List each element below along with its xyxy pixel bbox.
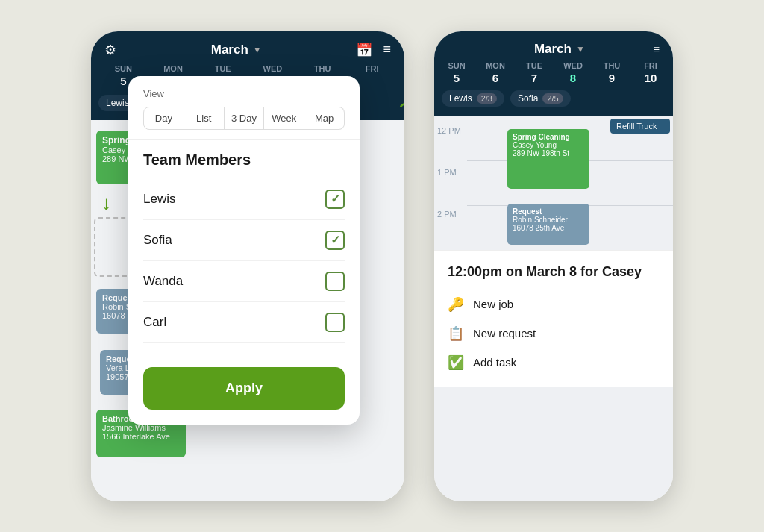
- event-area: Refill Truck Spring Cleaning Casey Young…: [467, 116, 673, 250]
- month-label: March: [211, 43, 248, 57]
- key-icon: 🔑: [448, 296, 464, 313]
- sofia-checkbox[interactable]: [325, 231, 345, 250]
- right-days-row: SUN 5 MON 6 TUE 7 WED 8 THU 9 FRI 10: [434, 57, 673, 90]
- lewis-label: Lewis: [106, 98, 129, 108]
- wanda-checkbox[interactable]: [325, 272, 345, 291]
- tab-list[interactable]: List: [184, 107, 225, 130]
- view-section: View Day List 3 Day Week Map: [128, 76, 360, 140]
- clipboard-icon: 📋: [448, 325, 464, 342]
- tab-map[interactable]: Map: [304, 107, 345, 130]
- view-tabs: Day List 3 Day Week Map: [143, 107, 345, 130]
- member-row-lewis: Lewis: [143, 179, 345, 220]
- member-row-carl: Carl: [143, 302, 345, 343]
- right-lewis-badge: 2/3: [477, 93, 497, 104]
- time-1pm: 1 PM: [434, 166, 467, 208]
- member-wanda-name: Wanda: [143, 274, 183, 289]
- team-members-title: Team Members: [143, 151, 345, 169]
- right-month-title[interactable]: March ▼: [534, 42, 585, 57]
- member-sofia-name: Sofia: [143, 233, 172, 248]
- tab-3day[interactable]: 3 Day: [225, 107, 265, 130]
- right-sofia-chip[interactable]: Sofia 2/5: [510, 90, 571, 107]
- left-header: ⚙ March ▼ 📅 ≡: [91, 31, 404, 58]
- new-job-label: New job: [473, 298, 513, 310]
- calendar-icon[interactable]: 📅: [356, 42, 372, 58]
- right-filter-icon[interactable]: ≡: [654, 43, 660, 55]
- member-row-wanda: Wanda: [143, 261, 345, 302]
- right-lewis-chip[interactable]: Lewis 2/3: [442, 90, 504, 107]
- member-carl-name: Carl: [143, 315, 166, 330]
- tab-day[interactable]: Day: [143, 107, 184, 130]
- right-header-actions: ≡: [654, 43, 660, 55]
- right-spring-cleaning[interactable]: Spring Cleaning Casey Young 289 NW 198th…: [507, 129, 589, 189]
- time-2pm: 2 PM: [434, 208, 467, 250]
- month-title[interactable]: March ▼: [211, 43, 262, 57]
- datetime-title: 12:00pm on March 8 for Casey: [448, 264, 660, 280]
- lewis-checkbox[interactable]: [325, 190, 345, 209]
- new-request-item[interactable]: 📋 New request: [448, 319, 660, 348]
- add-task-label: Add task: [473, 356, 516, 369]
- right-body: 12 PM 1 PM 2 PM Refill Truck Spring Clea…: [434, 116, 673, 501]
- team-members-section: Team Members Lewis Sofia Wanda Carl: [128, 140, 360, 355]
- carl-checkbox[interactable]: [325, 313, 345, 332]
- tab-week[interactable]: Week: [264, 107, 304, 130]
- right-day-sun[interactable]: SUN 5: [437, 61, 476, 84]
- overlay-panel: View Day List 3 Day Week Map Team Member…: [128, 76, 360, 425]
- chevron-down-icon: ▼: [253, 45, 262, 55]
- apply-button[interactable]: Apply: [143, 367, 345, 410]
- right-sofia-label: Sofia: [518, 93, 538, 104]
- right-refill-event[interactable]: Refill Truck: [610, 119, 670, 134]
- header-actions: 📅 ≡: [356, 42, 391, 58]
- right-members-row: Lewis 2/3 Sofia 2/5: [434, 90, 673, 116]
- right-phone: March ▼ ≡ SUN 5 MON 6 TUE 7 WED 8 THU 9 …: [434, 31, 673, 501]
- right-day-mon[interactable]: MON 6: [476, 61, 515, 84]
- member-lewis-name: Lewis: [143, 192, 175, 207]
- right-sofia-badge: 2/5: [542, 93, 563, 104]
- left-phone: ⚙ March ▼ 📅 ≡ SUN 5 MON 6 TUE 7 WED 8 TH…: [91, 31, 404, 501]
- right-day-tue[interactable]: TUE 7: [515, 61, 554, 84]
- member-row-sofia: Sofia: [143, 220, 345, 261]
- view-label: View: [143, 88, 345, 99]
- new-job-item[interactable]: 🔑 New job: [448, 290, 660, 319]
- time-12pm: 12 PM: [434, 125, 467, 166]
- filter-icon[interactable]: ≡: [383, 42, 391, 57]
- check-icon: ✅: [448, 354, 464, 371]
- right-request-event[interactable]: Request Robin Schneider 16078 25th Ave: [507, 204, 589, 245]
- right-month-label: March: [534, 42, 572, 57]
- settings-icon[interactable]: ⚙: [104, 42, 116, 58]
- add-task-item[interactable]: ✅ Add task: [448, 348, 660, 377]
- right-chevron-icon: ▼: [576, 44, 585, 54]
- right-bottom-panel: 12:00pm on March 8 for Casey 🔑 New job 📋…: [434, 250, 673, 387]
- right-day-wed[interactable]: WED 8: [554, 61, 592, 84]
- time-column: 12 PM 1 PM 2 PM: [434, 116, 467, 250]
- right-day-fri[interactable]: FRI 10: [631, 61, 670, 84]
- right-day-thu[interactable]: THU 9: [592, 61, 631, 84]
- right-lewis-label: Lewis: [449, 93, 472, 104]
- new-request-label: New request: [473, 327, 536, 339]
- right-header: March ▼ ≡: [434, 31, 673, 57]
